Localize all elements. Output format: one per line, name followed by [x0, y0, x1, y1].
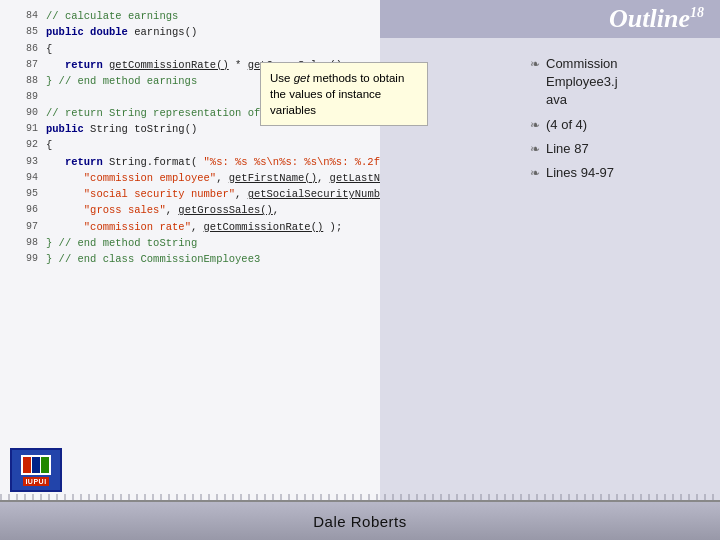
outline-panel: Outline18 ❧ CommissionEmployee3.java ❧ (…	[380, 0, 720, 500]
outline-bullet-2: ❧	[530, 142, 540, 156]
svg-rect-2	[41, 457, 49, 473]
logo-inner: IUPUI	[21, 455, 51, 486]
code-line-98: 98 } // end method toString	[10, 235, 370, 251]
logo-top	[21, 455, 51, 475]
callout-box: Use get methods to obtain the values of …	[260, 62, 428, 126]
svg-rect-1	[32, 457, 40, 473]
outline-item-text-2: Line 87	[546, 140, 589, 158]
callout-get-italic: get	[294, 72, 310, 84]
code-line-94: 94 "commission employee", getFirstName()…	[10, 170, 370, 186]
code-line-99: 99 } // end class CommissionEmployee3	[10, 251, 370, 267]
code-line-84: 84 // calculate earnings	[10, 8, 370, 24]
outline-bullet-3: ❧	[530, 166, 540, 180]
outline-title: Outline18	[380, 0, 720, 38]
outline-item-text-3: Lines 94-97	[546, 164, 614, 182]
outline-bullet-0: ❧	[530, 57, 540, 71]
logo-area: IUPUI	[10, 448, 70, 498]
outline-item-1: ❧ (4 of 4)	[530, 116, 710, 134]
footer-text: Dale Roberts	[313, 513, 407, 530]
outline-item-2: ❧ Line 87	[530, 140, 710, 158]
code-line-97: 97 "commission rate", getCommissionRate(…	[10, 219, 370, 235]
code-line-92: 92 {	[10, 137, 370, 153]
callout-text-use: Use	[270, 72, 294, 84]
code-line-86: 86 {	[10, 41, 370, 57]
code-line-95: 95 "social security number", getSocialSe…	[10, 186, 370, 202]
outline-item-text-0: CommissionEmployee3.java	[546, 55, 618, 110]
logo-label: IUPUI	[23, 477, 48, 486]
outline-bullet-1: ❧	[530, 118, 540, 132]
code-line-96: 96 "gross sales", getGrossSales(),	[10, 202, 370, 218]
logo-box: IUPUI	[10, 448, 62, 492]
svg-rect-0	[23, 457, 31, 473]
outline-items-list: ❧ CommissionEmployee3.java ❧ (4 of 4) ❧ …	[530, 55, 710, 188]
main-area: 84 // calculate earnings 85 public doubl…	[0, 0, 720, 500]
outline-item-3: ❧ Lines 94-97	[530, 164, 710, 182]
logo-svg	[23, 457, 49, 473]
outline-title-text: Outline	[609, 4, 690, 33]
bottom-bar: Dale Roberts	[0, 500, 720, 540]
outline-item-text-1: (4 of 4)	[546, 116, 587, 134]
code-line-93: 93 return String.format( "%s: %s %s\n%s:…	[10, 154, 370, 170]
code-line-85: 85 public double earnings()	[10, 24, 370, 40]
outline-item-0: ❧ CommissionEmployee3.java	[530, 55, 710, 110]
outline-superscript: 18	[690, 5, 704, 20]
